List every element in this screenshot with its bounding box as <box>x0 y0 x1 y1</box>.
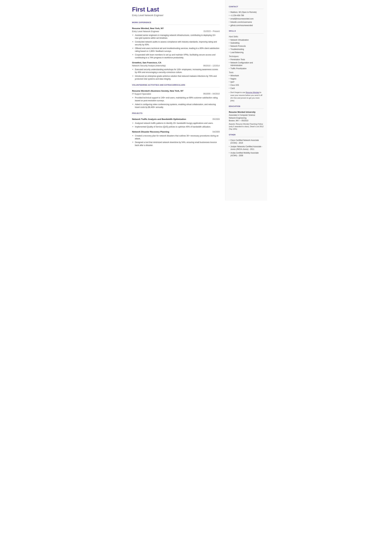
skills-label: SKILLS <box>229 30 264 32</box>
contact-github[interactable]: github.com/resumeworded <box>229 24 264 27</box>
contact-linkedin[interactable]: linkedin.com/in/username <box>229 21 264 23</box>
skill-item: Cacti <box>229 87 264 90</box>
volunteering-divider <box>132 87 220 87</box>
edu-school: Resume Worded University <box>229 111 264 113</box>
list-item: Introduced an enterprise-grade antivirus… <box>132 75 220 80</box>
project-2-date: 04/2009 <box>212 131 220 133</box>
tools-label: Tools: <box>229 71 264 74</box>
edu-field: Network Engineering <box>229 117 264 119</box>
list-item: Executed security understanding workshop… <box>132 68 220 74</box>
edu-degree: Associate in Computer Science <box>229 114 264 117</box>
other-item: Aruba Certified Mobility Associate (ACMA… <box>229 152 264 157</box>
list-item: Implemented Quality of Service (QoS) pol… <box>132 125 220 128</box>
volunteer-1-date: 06/2009 – 04/2010 <box>203 92 220 95</box>
job-1-header: Resume Worded, New York, NY Entry Level … <box>132 27 220 33</box>
job-2-date: 06/2010 – 12/2014 <box>203 64 220 67</box>
education-divider <box>229 109 264 109</box>
project-2-name: Network Disaster Recovery Planning <box>132 130 169 133</box>
job-2-header: Growthsi, San Francisco, CA Network Secu… <box>132 61 220 67</box>
skill-item: Nagios <box>229 77 264 80</box>
volunteering-label: VOLUNTEERING ACTIVITIES AND EXTRACURRICU… <box>132 84 220 86</box>
techniques-label: Techniques: <box>229 55 264 58</box>
work-experience-label: WORK EXPERIENCE <box>132 21 220 24</box>
edu-location: Boston, MA — 05/2010 <box>229 119 264 122</box>
skills-divider <box>229 33 264 34</box>
skill-item: Penetration Tests <box>229 58 264 61</box>
skill-item: Troubleshooting <box>229 48 264 51</box>
skill-item: Subnetting <box>229 42 264 44</box>
project-1-header: Network Traffic Analysis and Bandwidth O… <box>132 118 220 121</box>
promo-text: Don't forget to use Resume Worded to sca… <box>229 91 264 102</box>
project-2-header: Network Disaster Recovery Planning 04/20… <box>132 130 220 133</box>
work-experience-divider <box>132 25 220 25</box>
list-item: Provided technical support to 140+ end-u… <box>132 96 220 102</box>
education-label: EDUCATION <box>229 105 264 108</box>
list-item: Offered end-users technical aid and trou… <box>132 47 220 53</box>
job-1-company: Resume Worded, New York, NY <box>132 27 220 30</box>
job-2-company: Growthsi, San Francisco, CA <box>132 61 220 64</box>
skill-item: Load Balancing <box>229 51 264 54</box>
job-1-role: Entry Level Network Engineer <box>132 30 159 33</box>
skill-item: Wireshark <box>229 74 264 77</box>
volunteer-1-role: IT Support Specialist <box>132 92 151 95</box>
skill-item: Network Virtualization <box>229 39 264 41</box>
skill-item: Network Protocols <box>229 45 264 48</box>
projects-label: PROJECTS <box>132 112 220 114</box>
list-item: Analyzed network traffic patterns to ide… <box>132 122 220 125</box>
promo-link[interactable]: Resume Worded <box>246 91 259 93</box>
resume-page: First Last Entry Level Network Engineer … <box>125 0 267 201</box>
volunteer-1-role-date: IT Support Specialist 06/2009 – 04/2010 <box>132 92 220 95</box>
project-1-date: 05/2009 <box>212 118 220 121</box>
right-column: CONTACT Madison, WI (Open to Remote) +1-… <box>225 0 267 201</box>
job-1-role-date: Entry Level Network Engineer 01/2015 – P… <box>132 30 220 33</box>
project-2-bullets: Created a recovery plan for network disa… <box>132 134 220 147</box>
skill-item: Network Configuration and Administration <box>229 61 264 67</box>
list-item: Aided in configuring video conferencing … <box>132 103 220 109</box>
job-2-role-date: Network Security Analyst (Internship) 06… <box>132 64 220 67</box>
other-section: OTHER Cisco Certified Network Associate … <box>229 133 264 157</box>
skill-item: Iperf <box>229 81 264 83</box>
list-item: Created a recovery plan for network disa… <box>132 134 220 140</box>
skills-section: SKILLS Hard Skills: Network Virtualizati… <box>229 30 264 102</box>
volunteer-1-header: Resume Worded's Business Society, New Yo… <box>132 90 220 95</box>
contact-label: CONTACT <box>229 6 264 8</box>
job-1-bullets: Assisted senior engineers in managing ne… <box>132 34 220 59</box>
projects-divider <box>132 115 220 116</box>
skill-item: Traffic Prioritization <box>229 67 264 70</box>
left-column: First Last Entry Level Network Engineer … <box>125 0 225 201</box>
skill-item: Cisco IOS <box>229 84 264 87</box>
contact-location: Madison, WI (Open to Remote) <box>229 11 264 14</box>
list-item: Assisted senior engineers in managing ne… <box>132 34 220 40</box>
list-item: Cooperated with team members to set up a… <box>132 53 220 59</box>
other-divider <box>229 137 264 137</box>
volunteer-1-bullets: Provided technical support to 140+ end-u… <box>132 96 220 109</box>
other-item: Cisco Certified Network Associate (CCNA)… <box>229 139 264 145</box>
list-item: Designed a tool that minimized network d… <box>132 141 220 147</box>
candidate-title: Entry Level Network Engineer <box>132 14 220 17</box>
other-item: Juniper Networks Certified Associate - J… <box>229 145 264 151</box>
volunteer-1-company: Resume Worded's Business Society, New Yo… <box>132 90 220 92</box>
list-item: Conducted network audits to assess compl… <box>132 40 220 46</box>
contact-email: email@resumeworded.com <box>229 18 264 20</box>
project-1-name: Network Traffic Analysis and Bandwidth O… <box>132 118 186 121</box>
candidate-name: First Last <box>132 6 220 13</box>
project-1-bullets: Analyzed network traffic patterns to ide… <box>132 122 220 128</box>
edu-awards: Awards: Resume Worded Teaching Fellow (o… <box>229 123 264 130</box>
contact-section: CONTACT Madison, WI (Open to Remote) +1-… <box>229 6 264 27</box>
hard-skills-label: Hard Skills: <box>229 35 264 38</box>
education-section: EDUCATION Resume Worded University Assoc… <box>229 105 264 130</box>
job-1-date: 01/2015 – Present <box>203 30 220 33</box>
contact-phone: +1-234-456-789 <box>229 14 264 17</box>
job-2-role: Network Security Analyst (Internship) <box>132 64 166 67</box>
job-2-bullets: Executed security understanding workshop… <box>132 68 220 80</box>
other-label: OTHER <box>229 133 264 136</box>
